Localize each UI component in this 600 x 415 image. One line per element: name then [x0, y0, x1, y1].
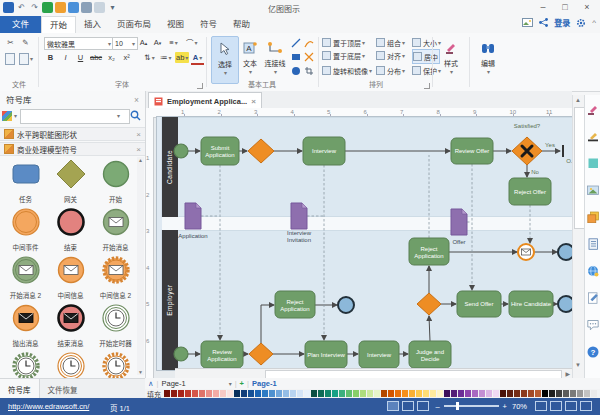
panel-tab-符号库[interactable]: 符号库: [0, 379, 40, 399]
color-swatch[interactable]: [276, 390, 282, 397]
font-btn-2[interactable]: U: [74, 52, 87, 63]
redo-icon[interactable]: ↷: [29, 2, 40, 13]
font-btn-4[interactable]: x₂: [105, 52, 118, 63]
color-swatch[interactable]: [367, 390, 373, 397]
color-swatch[interactable]: [353, 390, 359, 397]
share-icon[interactable]: [539, 18, 548, 27]
close-panel-icon[interactable]: ×: [134, 93, 139, 107]
color-swatch[interactable]: [507, 390, 513, 397]
color-swatch[interactable]: [521, 390, 527, 397]
color-swatch[interactable]: [248, 390, 254, 397]
format-brush-icon[interactable]: [587, 101, 599, 113]
note-list-icon[interactable]: [587, 236, 599, 248]
font-btn-0[interactable]: B: [44, 52, 57, 63]
color-swatch[interactable]: [570, 390, 576, 397]
format-painter-icon[interactable]: ✎: [19, 37, 32, 48]
view-presentation-icon[interactable]: [417, 401, 429, 411]
task-review-application[interactable]: [201, 341, 243, 368]
paste-special-icon[interactable]: [19, 53, 29, 65]
view-normal-icon[interactable]: [387, 401, 399, 411]
panel-scroll-down-icon[interactable]: ▼: [138, 367, 143, 377]
end-3[interactable]: [558, 296, 572, 312]
zoom-level[interactable]: 70%: [512, 402, 527, 411]
color-swatch[interactable]: [164, 390, 170, 397]
fit-window-icon[interactable]: [550, 401, 562, 411]
connector-tool-button[interactable]: 连接线▾: [263, 36, 287, 82]
color-swatch[interactable]: [437, 390, 443, 397]
color-swatch[interactable]: [171, 390, 177, 397]
pencil-edit-icon[interactable]: [587, 128, 599, 140]
bullets-icon[interactable]: ≔▾: [159, 52, 173, 63]
color-swatch[interactable]: [220, 390, 226, 397]
color-swatch[interactable]: [346, 390, 352, 397]
color-swatch[interactable]: [500, 390, 506, 397]
end-1[interactable]: [338, 297, 354, 313]
color-swatch[interactable]: [486, 390, 492, 397]
arrange-0-1[interactable]: 组合▾: [376, 36, 408, 49]
vertical-scrollbar[interactable]: ▲ ▼: [572, 95, 584, 378]
color-swatch[interactable]: [549, 390, 555, 397]
page-selector-dropdown-icon[interactable]: ▾: [229, 380, 232, 387]
color-swatch[interactable]: [262, 390, 268, 397]
arc-shape-icon[interactable]: [304, 38, 314, 48]
search-dropdown-icon[interactable]: ▾: [117, 112, 120, 119]
color-swatch[interactable]: [577, 390, 583, 397]
symbol-开始消息 2[interactable]: 开始消息 2: [3, 255, 48, 300]
crop-tool-icon[interactable]: [304, 66, 314, 76]
settings-gear-icon[interactable]: [576, 18, 586, 28]
color-swatch[interactable]: [416, 390, 422, 397]
zoom-reset-icon[interactable]: [535, 401, 547, 411]
arrange-dialog-launcher[interactable]: [424, 83, 430, 89]
align-icon[interactable]: ≡▾: [167, 37, 180, 48]
close-library-icon[interactable]: ×: [136, 130, 141, 139]
login-button[interactable]: 登录: [554, 17, 570, 28]
rect-shape-icon[interactable]: [291, 52, 301, 62]
symbol-中间事件[interactable]: 中间事件: [3, 207, 48, 252]
color-swatch[interactable]: [178, 390, 184, 397]
color-swatch[interactable]: [192, 390, 198, 397]
library-section-bpmn[interactable]: 商业处理模型符号 ×: [0, 142, 145, 156]
color-swatch[interactable]: [283, 390, 289, 397]
color-swatch[interactable]: [430, 390, 436, 397]
color-swatch[interactable]: [409, 390, 415, 397]
cut-icon[interactable]: ✂: [4, 37, 17, 48]
website-link[interactable]: http://www.edrawsoft.cn/: [8, 402, 89, 411]
open-icon[interactable]: [55, 2, 66, 13]
color-swatch[interactable]: [493, 390, 499, 397]
symbol-抛出消息[interactable]: 抛出消息: [3, 303, 48, 348]
color-swatch[interactable]: [444, 390, 450, 397]
app-logo-icon[interactable]: [3, 2, 14, 13]
color-swatch[interactable]: [290, 390, 296, 397]
scroll-up-icon[interactable]: ▲: [575, 95, 581, 105]
library-picker-dropdown-icon[interactable]: ▾: [14, 112, 17, 119]
scroll-down-icon[interactable]: ▼: [575, 360, 581, 370]
symbol-clock-14[interactable]: [93, 351, 138, 378]
color-swatch[interactable]: [206, 390, 212, 397]
event-message[interactable]: [518, 244, 534, 260]
arrange-0-0[interactable]: 置于顶层▾: [322, 36, 372, 49]
shrink-font-icon[interactable]: A▾: [151, 37, 164, 48]
close-library-icon[interactable]: ×: [136, 145, 141, 154]
minimize-button[interactable]: –: [532, 0, 554, 15]
color-swatch[interactable]: [360, 390, 366, 397]
symbol-任务[interactable]: 任务: [3, 159, 48, 204]
symbol-结束消息[interactable]: 结束消息: [48, 303, 93, 348]
undo-icon[interactable]: ↶: [16, 2, 27, 13]
color-swatch[interactable]: [542, 390, 548, 397]
horizontal-scrollbar[interactable]: ▶: [175, 368, 572, 378]
hyperlink-globe-icon[interactable]: [587, 263, 599, 275]
font-btn-5[interactable]: x²: [120, 52, 133, 63]
font-size-select[interactable]: 10▾: [112, 37, 138, 50]
color-swatch[interactable]: [185, 390, 191, 397]
document-tab[interactable]: Employment Applica... ×: [148, 92, 262, 109]
tab-页面布局[interactable]: 页面布局: [109, 16, 159, 33]
panel-scroll-up-icon[interactable]: ▲: [138, 155, 143, 165]
active-page-tab[interactable]: Page-1: [252, 379, 277, 388]
symbol-search-input[interactable]: [20, 109, 130, 124]
horizontal-scrollbar-thumb[interactable]: [265, 370, 562, 378]
add-page-button[interactable]: +: [240, 379, 244, 388]
text-tool-button[interactable]: A 文本▾: [239, 36, 261, 82]
comment-icon[interactable]: [587, 317, 599, 329]
color-swatch[interactable]: [297, 390, 303, 397]
panel-tab-文件恢复[interactable]: 文件恢复: [40, 379, 86, 399]
